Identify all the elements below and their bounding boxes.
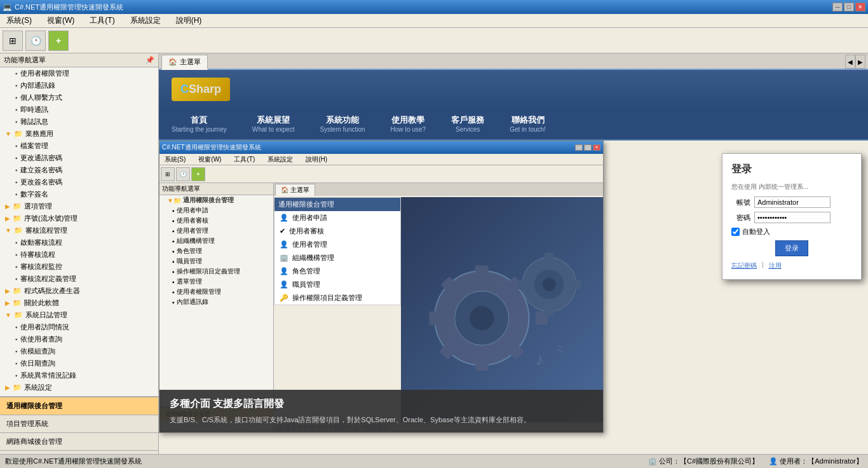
right-list-item-0[interactable]: 👤 使用者申請: [275, 211, 400, 224]
svg-rect-17: [573, 280, 581, 289]
sidebar-item-label: 雜誌訊息: [20, 117, 48, 127]
sidebar-item-user-access[interactable]: ▪ 使用者訪問情況: [0, 321, 158, 333]
nav-prev-button[interactable]: ◀: [845, 55, 855, 69]
status-right: 🏢 公司：【C#國際股份有限公司】 👤 使用者：【Administrator】: [648, 457, 863, 466]
tab-general-admin[interactable]: 通用權限後台管理: [0, 397, 158, 415]
sidebar-item-query-by-user[interactable]: ▪ 依使用者查詢: [0, 333, 158, 345]
sidebar-item-news[interactable]: ▪ 雜誌訊息: [0, 116, 158, 128]
inner-tree-group[interactable]: ▼📁 通用權限後台管理: [159, 195, 273, 205]
inner-toolbar: ⊞ 🕐 +: [159, 165, 603, 183]
inner-close[interactable]: ✕: [593, 144, 600, 151]
inner-main-tab[interactable]: 🏠 主選單: [275, 184, 315, 196]
inner-tree-item-4[interactable]: ▪ 角色管理: [159, 246, 273, 256]
right-list-item-1[interactable]: ✔ 使用者審核: [275, 224, 400, 238]
right-list-item-3[interactable]: 🏢 組織機構管理: [275, 251, 400, 265]
right-list-item-5[interactable]: 👤 職員管理: [275, 278, 400, 291]
inner-menu-view[interactable]: 視窗(W): [194, 155, 225, 165]
status-company: 🏢 公司：【C#國際股份有限公司】: [648, 457, 759, 466]
menu-settings[interactable]: 系統設定: [126, 14, 165, 27]
folder-icon: ▼: [5, 227, 11, 234]
inner-tree-item-5[interactable]: ▪ 職員管理: [159, 256, 273, 266]
inner-menu-settings[interactable]: 系統設定: [264, 155, 297, 165]
folder-icon2: 📁: [13, 299, 22, 307]
list-item-label: 使用者申請: [292, 213, 327, 223]
sidebar-item-start-workflow[interactable]: ▪ 啟動審核流程: [0, 237, 158, 249]
folder-icon2: 📁: [14, 226, 23, 235]
inner-menu-tools[interactable]: 工具(T): [230, 155, 259, 165]
inner-menu-help[interactable]: 說明(H): [302, 155, 331, 165]
nav-prospects[interactable]: 系統展望 What to expect: [240, 108, 308, 139]
clock-tool-button[interactable]: 🕐: [25, 31, 46, 51]
inner-menu-system[interactable]: 系統(S): [161, 155, 189, 165]
login-submit-button[interactable]: 登录: [775, 240, 808, 256]
login-account-input[interactable]: [754, 196, 831, 208]
sidebar-item-query-by-date[interactable]: ▪ 依日期查詢: [0, 357, 158, 369]
inner-tree-item-8[interactable]: ▪ 使用者權限管理: [159, 287, 273, 297]
sidebar-group-business[interactable]: ▼ 📁 業務應用: [0, 128, 158, 140]
right-list-item-6[interactable]: 🔑 操作權限項目定義管理: [275, 291, 400, 305]
sidebar-item-change-comm-pwd[interactable]: ▪ 更改通訊密碼: [0, 152, 158, 164]
sidebar-group-about[interactable]: ▶ 📁 關於此軟體: [0, 297, 158, 309]
sidebar-item-workflow-def[interactable]: ▪ 審核流程定義管理: [0, 273, 158, 285]
menu-view[interactable]: 視窗(W): [43, 14, 78, 27]
nav-services[interactable]: 客戶服務 Services: [438, 108, 497, 139]
inner-tree-item-1[interactable]: ▪ 使用者審核: [159, 216, 273, 226]
inner-clock-btn[interactable]: 🕐: [176, 167, 190, 181]
sidebar-group-syslog[interactable]: ▼ 📁 系統日誌管理: [0, 309, 158, 321]
sidebar-item-pending-workflow[interactable]: ▪ 待審核流程: [0, 249, 158, 261]
main-tab[interactable]: 🏠 主選單: [161, 55, 208, 70]
sidebar-item-label: 數字簽名: [20, 189, 48, 199]
content-tabs: 🏠 主選單 ◀ ▶: [159, 53, 868, 70]
sidebar-item-internal-contacts[interactable]: ▪ 內部通訊錄: [0, 79, 158, 92]
svg-rect-5: [430, 312, 442, 325]
menu-help[interactable]: 說明(H): [172, 14, 206, 27]
login-auto-checkbox[interactable]: [731, 228, 740, 236]
sidebar-item-label: 依使用者查詢: [20, 334, 62, 344]
forgot-password-link[interactable]: 忘記密碼: [731, 261, 757, 270]
inner-tree-item-3[interactable]: ▪ 組織機構管理: [159, 236, 273, 246]
nav-functions[interactable]: 系統功能 System function: [307, 108, 377, 139]
sidebar-group-options[interactable]: ▶ 📁 選項管理: [0, 200, 158, 212]
sidebar-item-files[interactable]: ▪ 檔案管理: [0, 140, 158, 152]
menu-tools[interactable]: 工具(T): [86, 14, 118, 27]
grid-tool-button[interactable]: ⊞: [3, 31, 23, 51]
minimize-button[interactable]: ─: [832, 3, 843, 11]
register-link[interactable]: 注用: [769, 261, 782, 270]
inner-grid-btn[interactable]: ⊞: [161, 167, 175, 181]
sidebar-item-user-permissions[interactable]: ▪ 使用者權限管理: [0, 67, 158, 79]
inner-tree-item-9[interactable]: ▪ 內部通訊錄: [159, 297, 273, 307]
nav-tutorial[interactable]: 使用教學 How to use?: [378, 108, 439, 139]
inner-tree-item-2[interactable]: ▪ 使用者管理: [159, 226, 273, 236]
inner-maximize[interactable]: □: [584, 144, 592, 151]
sidebar-group-workflow[interactable]: ▼ 📁 審核流程管理: [0, 224, 158, 237]
sidebar-item-personal-contact[interactable]: ▪ 個人聯繫方式: [0, 92, 158, 104]
nav-next-button[interactable]: ▶: [855, 55, 865, 69]
sidebar-item-change-sign-pwd[interactable]: ▪ 更改簽名密碼: [0, 176, 158, 188]
inner-window-1: C#.NET通用權限管理快速開發系統 ─ □ ✕ 系統(S) 視窗(W) 工具(…: [159, 141, 604, 433]
sidebar-group-serial[interactable]: ▶ 📁 序號(流水號)管理: [0, 212, 158, 224]
right-list-item-2[interactable]: 👤 使用者管理: [275, 238, 400, 251]
tab-project-mgmt[interactable]: 項目管理系統: [0, 415, 158, 432]
nav-contact[interactable]: 聯絡我們 Get in touch!: [497, 108, 559, 139]
sidebar-item-workflow-monitor[interactable]: ▪ 審核流程監控: [0, 261, 158, 273]
sidebar-item-create-sign-pwd[interactable]: ▪ 建立簽名密碼: [0, 164, 158, 176]
inner-tree-item-6[interactable]: ▪ 操作權限項目定義管理: [159, 266, 273, 277]
sidebar-group-syssettings[interactable]: ▶ 📁 系統設定: [0, 382, 158, 394]
add-tool-button[interactable]: +: [48, 31, 69, 51]
login-password-input[interactable]: [754, 212, 831, 223]
inner-tree-item-7[interactable]: ▪ 選單管理: [159, 277, 273, 287]
nav-home[interactable]: 首頁 Starting the journey: [159, 108, 240, 139]
inner-add-btn[interactable]: +: [191, 167, 205, 181]
inner-tree-item-0[interactable]: ▪ 使用者申請: [159, 205, 273, 216]
sidebar-item-query-by-module[interactable]: ▪ 依模組查詢: [0, 345, 158, 357]
close-button[interactable]: ✕: [855, 3, 865, 11]
sidebar-item-im[interactable]: ▪ 即時通訊: [0, 104, 158, 116]
inner-minimize[interactable]: ─: [575, 144, 583, 151]
sidebar-item-exception-log[interactable]: ▪ 系統異常情況記錄: [0, 369, 158, 382]
sidebar-group-codegen[interactable]: ▶ 📁 程式碼批次產生器: [0, 285, 158, 297]
right-list-item-4[interactable]: 👤 角色管理: [275, 265, 400, 278]
sidebar-item-digital-sign[interactable]: ▪ 數字簽名: [0, 188, 158, 200]
maximize-button[interactable]: □: [844, 3, 854, 11]
menu-system[interactable]: 系統(S): [3, 14, 36, 27]
tab-ecommerce-admin[interactable]: 網路商城後台管理: [0, 432, 158, 450]
